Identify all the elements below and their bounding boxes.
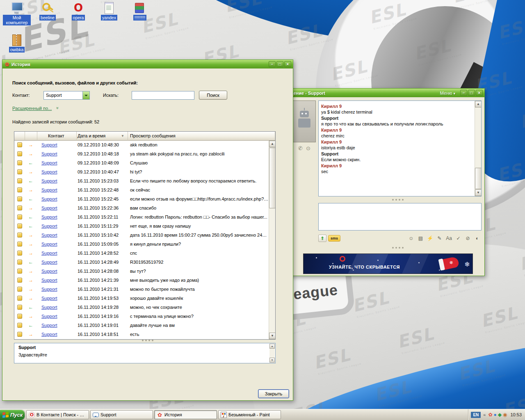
contact-link[interactable]: Support <box>41 233 57 237</box>
font-icon[interactable]: Aa <box>445 235 453 242</box>
desktop-icon-notepad[interactable]: yandex <box>95 2 123 21</box>
maximize-button[interactable] <box>468 90 475 96</box>
column-message[interactable]: Просмотр сообщения <box>128 132 275 141</box>
scroll-down-button[interactable] <box>269 358 275 363</box>
history-row[interactable]: ←Support16.11.2010 14:28:49R301953519792 <box>14 258 269 267</box>
scroll-down-button[interactable] <box>475 189 482 196</box>
spellcheck-icon[interactable]: ✓ <box>454 235 463 242</box>
call-icon[interactable]: ✆ <box>298 145 303 151</box>
contact-link[interactable]: Support <box>41 142 57 147</box>
contact-link[interactable]: Support <box>41 160 57 165</box>
history-row[interactable]: →Support16.11.2010 15:22:36вам спасибо <box>14 204 269 213</box>
dropdown-arrow-icon[interactable] <box>82 91 89 99</box>
maximize-button[interactable] <box>276 61 283 67</box>
history-row[interactable]: ←Support09.12.2010 10:48:09Слушаю <box>14 159 269 168</box>
contact-link[interactable]: Support <box>41 305 57 310</box>
history-row[interactable]: →Support16.11.2010 14:19:53хорошо давайт… <box>14 294 269 303</box>
history-row[interactable]: →Support09.12.2010 10:40:47hi tyt? <box>14 168 269 177</box>
search-button[interactable]: Поиск <box>199 91 227 100</box>
history-row[interactable]: →Support16.11.2010 14:28:08вы тут? <box>14 267 269 276</box>
minimize-button[interactable] <box>460 90 467 96</box>
history-row[interactable]: →Support16.11.2010 14:19:16с терминала н… <box>14 312 269 321</box>
language-indicator[interactable]: EN <box>471 412 481 418</box>
contact-link[interactable]: Support <box>41 196 57 201</box>
chat-scrollbar[interactable] <box>475 101 481 196</box>
history-row[interactable]: →Support09.12.2010 10:48:30akk redbutton <box>14 141 269 150</box>
history-row[interactable]: →Support16.11.2010 14:28:52спс <box>14 249 269 258</box>
contact-link[interactable]: Support <box>41 205 57 210</box>
contact-link[interactable]: Support <box>41 332 57 337</box>
contact-link[interactable]: Support <box>41 269 57 274</box>
history-row[interactable]: ←Support16.11.2010 15:11:29нет еще, я ва… <box>14 222 269 231</box>
scroll-up-button[interactable] <box>269 141 276 147</box>
volume-tray-icon[interactable]: ◉ <box>503 411 507 418</box>
scheme-icon[interactable]: ◐ <box>473 235 482 242</box>
ad-banner[interactable]: УЗНАЙТЕ, ЧТО СКРЫВАЕТСЯ <box>303 253 473 274</box>
taskbar-button[interactable]: История <box>154 410 217 419</box>
emoticons-icon[interactable]: ☺ <box>407 235 415 242</box>
history-row[interactable]: ←Support16.11.2010 15:22:11Логин: redbut… <box>14 213 269 222</box>
history-row[interactable]: ←Support16.11.2010 14:19:01давайте лучше… <box>14 321 269 330</box>
history-row[interactable]: →Support16.11.2010 15:09:05я кинул деньг… <box>14 240 269 249</box>
contact-link[interactable]: Support <box>41 296 57 301</box>
contact-link[interactable]: Support <box>41 215 57 219</box>
contact-link[interactable]: Support <box>41 314 57 319</box>
desktop-icon-archive[interactable]: owibka <box>2 34 31 52</box>
history-scrollbar[interactable] <box>269 141 275 339</box>
desktop-icon-my-computer[interactable]: Мой компьютер <box>2 2 31 25</box>
message-input[interactable] <box>318 203 482 231</box>
antivirus-tray-icon[interactable]: ◆ <box>498 411 502 418</box>
splitter-handle[interactable] <box>142 340 153 341</box>
tray-collapse-chevron[interactable]: « <box>482 412 486 417</box>
contact-select[interactable]: Support <box>43 91 90 100</box>
minimize-button[interactable] <box>269 61 276 67</box>
webcam-icon[interactable]: ⊙ <box>306 145 310 151</box>
contact-link[interactable]: Support <box>41 242 57 247</box>
quick-answer-icon[interactable]: ⚡ <box>426 235 434 242</box>
contact-link[interactable]: Support <box>41 187 57 192</box>
search-input[interactable] <box>132 91 194 100</box>
splitter-handle[interactable] <box>392 199 404 201</box>
close-dialog-button[interactable]: Закрыть <box>258 389 289 398</box>
close-button[interactable] <box>476 90 483 96</box>
history-row[interactable]: →Support16.11.2010 14:21:31можно по быст… <box>14 285 269 294</box>
contact-link[interactable]: Support <box>41 287 57 292</box>
scroll-thumb[interactable] <box>475 168 482 189</box>
history-row[interactable]: ←Support16.11.2010 15:23:03Если что пиши… <box>14 177 269 186</box>
sms-button[interactable]: sms <box>328 235 340 242</box>
contact-link[interactable]: Support <box>41 260 57 265</box>
contact-link[interactable]: Support <box>41 251 57 256</box>
history-row[interactable]: →Support16.11.2010 14:21:39мне выходить … <box>14 276 269 285</box>
taskbar-button[interactable]: В Контакте | Поиск - О... <box>26 410 89 419</box>
scroll-thumb[interactable] <box>269 148 276 208</box>
chat-menu-button[interactable]: Меню <box>440 91 455 96</box>
scroll-up-button[interactable] <box>269 344 275 349</box>
column-icon[interactable] <box>14 132 25 141</box>
desktop-icon-key[interactable]: beeline <box>33 2 62 21</box>
expand-chevron-icon[interactable] <box>55 107 59 110</box>
templates-icon[interactable]: ▤ <box>416 235 425 242</box>
contact-link[interactable]: Support <box>41 278 57 283</box>
messenger-tray-icon[interactable]: ● <box>494 411 497 418</box>
contact-link[interactable]: Support <box>41 151 57 156</box>
qip-tray-icon[interactable]: ✿ <box>488 411 492 418</box>
splitter-handle[interactable] <box>392 247 404 249</box>
history-row[interactable]: ←Support16.11.2010 14:19:28можно, но чек… <box>14 303 269 312</box>
contact-link[interactable]: Support <box>41 178 57 183</box>
column-direction[interactable] <box>25 132 37 141</box>
start-button[interactable]: Пуск <box>0 410 25 420</box>
history-row[interactable]: →Support16.11.2010 14:18:51есть <box>14 330 269 339</box>
column-contact[interactable]: Контакт <box>37 132 77 141</box>
history-titlebar[interactable]: История <box>2 60 293 68</box>
contact-link[interactable]: Support <box>41 224 57 228</box>
taskbar-button[interactable]: Support <box>90 410 153 419</box>
contact-link[interactable]: Support <box>41 323 57 328</box>
history-row[interactable]: →Support09.12.2010 10:48:18ya steam akk … <box>14 150 269 159</box>
taskbar-clock[interactable]: 10:53 <box>510 412 522 417</box>
history-row[interactable]: →Support16.11.2010 15:22:48ок сейчас <box>14 186 269 195</box>
close-button[interactable] <box>284 61 291 67</box>
desktop-icon-opera[interactable]: opera <box>64 2 93 21</box>
file-transfer-icon[interactable] <box>318 235 326 242</box>
history-row[interactable]: ←Support16.11.2010 15:22:45если можно от… <box>14 195 269 204</box>
taskbar-button[interactable]: Безымянный - Paint <box>218 410 281 419</box>
